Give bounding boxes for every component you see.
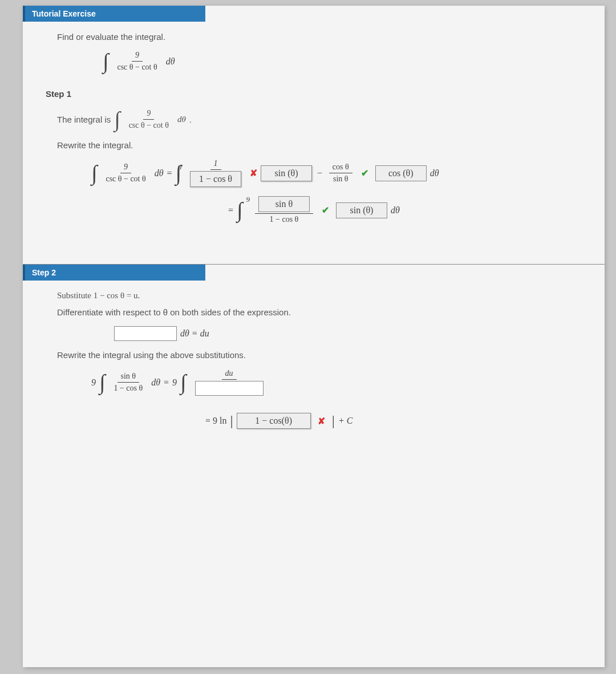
step2-substitute: Substitute 1 − cos θ = u.	[57, 291, 587, 301]
frac2-num: cos θ	[329, 163, 352, 173]
answer-input-1[interactable]: 1 − cos θ	[190, 171, 241, 187]
step2-dtheta-du-row: dθ = du	[114, 326, 587, 341]
cross-icon-2: ✘	[318, 416, 325, 427]
sub-lhs-num: sin θ	[117, 372, 140, 383]
answer-input-2[interactable]: sin θ	[258, 196, 310, 212]
final-prefix: = 9 ln	[205, 416, 226, 426]
eq2-equals: =	[228, 205, 233, 216]
answer-input-3[interactable]	[114, 326, 177, 341]
step2-final: = 9 ln | 1 − cos(θ) ✘ | + C	[205, 413, 587, 429]
plus-c: + C	[338, 416, 352, 426]
check-icon-1: ✔	[361, 168, 368, 178]
int5-sign: ∫	[237, 201, 242, 218]
step1-intro-pre: The integral is	[57, 115, 111, 124]
int3-sign: ∫	[91, 164, 97, 181]
int7-sign: ∫	[180, 373, 186, 391]
integral-sign-2: ∫	[114, 111, 120, 128]
int3-num: 9	[120, 163, 131, 173]
step1-rewrite: Rewrite the integral.	[57, 140, 587, 150]
tutorial-prompt: Find or evaluate the integral.	[57, 32, 587, 42]
period: .	[189, 115, 192, 124]
step2-sub-eq: 9 ∫ sin θ 1 − cos θ dθ = 9 ∫ du	[91, 369, 587, 396]
integral-numerator: 9	[132, 51, 143, 62]
int6-sign: ∫	[99, 373, 105, 391]
integral-expression: ∫ 9 csc θ − cot θ dθ	[103, 51, 587, 72]
integral-denominator: csc θ − cot θ	[114, 62, 160, 72]
int2-num: 9	[143, 109, 154, 120]
int2-den: csc θ − cot θ	[125, 120, 172, 130]
answer-input-5[interactable]: 1 − cos(θ)	[237, 413, 311, 429]
minus-1: −	[317, 168, 323, 178]
coef9-l: 9	[91, 377, 96, 388]
eq1-equals: =	[167, 168, 172, 178]
tutorial-header: Tutorial Exercise	[23, 6, 205, 22]
eq2-den: 1 − cos θ	[266, 214, 302, 224]
rhs-num-1: 1	[210, 159, 221, 170]
coef9-r: 9	[172, 377, 177, 388]
correct-sin-box[interactable]: sin (θ)	[336, 202, 387, 218]
sub-lhs-den: 1 − cos θ	[110, 383, 146, 393]
dtheta-du: dθ = du	[180, 328, 209, 339]
step2-differentiate: Differentiate with respect to θ on both …	[57, 307, 587, 317]
sub-rhs-num: du	[222, 369, 237, 380]
step1-title: Step 1	[46, 89, 587, 99]
dth4: dθ	[430, 168, 439, 178]
step1-intro: The integral is ∫ 9 csc θ − cot θ dθ .	[57, 109, 587, 130]
dth5: dθ	[391, 205, 400, 216]
d-theta: dθ	[166, 56, 175, 67]
int3-den: csc θ − cot θ	[102, 173, 149, 184]
step2-rewrite-sub: Rewrite the integral using the above sub…	[57, 350, 587, 360]
cross-icon: ✘	[250, 168, 257, 178]
frac2-den: sin θ	[330, 173, 352, 184]
d-theta-2: dθ	[177, 115, 186, 124]
abs-right: |	[332, 415, 335, 427]
coef9b: 9	[246, 195, 250, 204]
abs-left: |	[230, 415, 233, 427]
dth3: dθ	[155, 168, 164, 178]
coef9-over: 9	[178, 163, 182, 172]
integral-sign: ∫	[103, 52, 108, 70]
correct-cos-box[interactable]: cos (θ)	[375, 165, 427, 181]
step2-header: Step 2	[23, 265, 205, 281]
sub-eq: =	[164, 377, 169, 388]
check-icon-2: ✔	[322, 205, 329, 216]
dth6: dθ	[151, 377, 160, 388]
wrong-hint-1: sin (θ)	[261, 165, 312, 181]
answer-input-4[interactable]	[195, 381, 264, 396]
step1-eq2: = ∫ 9 sin θ 1 − cos θ ✔ sin (θ) dθ	[228, 196, 587, 224]
step1-eq1: ∫ 9 csc θ − cot θ dθ = ∫ 9 1 1 − cos θ	[91, 159, 587, 187]
